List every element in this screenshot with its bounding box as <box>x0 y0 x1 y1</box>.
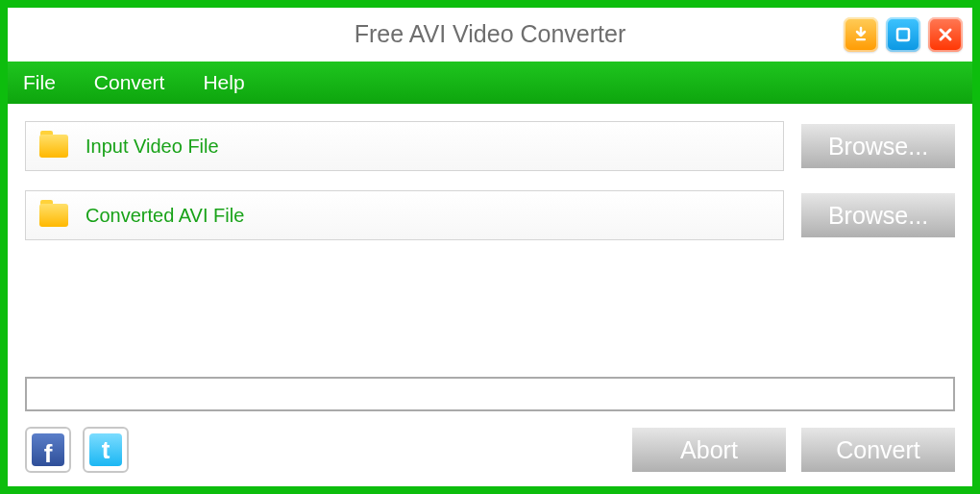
action-buttons: Abort Convert <box>632 428 955 472</box>
svg-rect-0 <box>856 38 866 40</box>
titlebar: Free AVI Video Converter <box>8 8 972 62</box>
twitter-button[interactable]: t <box>83 427 129 473</box>
folder-icon <box>39 135 68 158</box>
convert-button[interactable]: Convert <box>801 428 955 472</box>
output-row: Converted AVI File Browse... <box>25 190 955 240</box>
menu-file[interactable]: File <box>23 71 56 94</box>
input-file-field[interactable]: Input Video File <box>25 121 784 171</box>
svg-rect-1 <box>897 29 909 40</box>
twitter-icon: t <box>89 433 122 466</box>
browse-input-button[interactable]: Browse... <box>801 124 955 168</box>
abort-button[interactable]: Abort <box>632 428 786 472</box>
window-controls <box>844 17 963 52</box>
social-buttons: f t <box>25 427 129 473</box>
menubar: File Convert Help <box>8 62 972 104</box>
app-window: Free AVI Video Converter File Conve <box>0 0 980 494</box>
window-title: Free AVI Video Converter <box>355 20 626 48</box>
input-row: Input Video File Browse... <box>25 121 955 171</box>
bottom-row: f t Abort Convert <box>25 427 955 473</box>
maximize-icon <box>894 25 913 44</box>
close-button[interactable] <box>928 17 963 52</box>
maximize-button[interactable] <box>886 17 920 52</box>
menu-help[interactable]: Help <box>203 71 244 94</box>
folder-icon <box>39 204 68 227</box>
facebook-icon: f <box>32 433 64 466</box>
menu-convert[interactable]: Convert <box>94 71 165 94</box>
browse-output-button[interactable]: Browse... <box>801 193 955 237</box>
download-arrow-icon <box>851 25 870 44</box>
bottom-section: f t Abort Convert <box>25 377 955 473</box>
close-icon <box>936 25 955 44</box>
minimize-button[interactable] <box>844 17 878 52</box>
progress-bar <box>25 377 955 411</box>
facebook-button[interactable]: f <box>25 427 71 473</box>
input-file-label: Input Video File <box>86 136 219 158</box>
output-file-field[interactable]: Converted AVI File <box>25 190 784 240</box>
content-area: Input Video File Browse... Converted AVI… <box>8 104 972 486</box>
output-file-label: Converted AVI File <box>86 205 244 227</box>
